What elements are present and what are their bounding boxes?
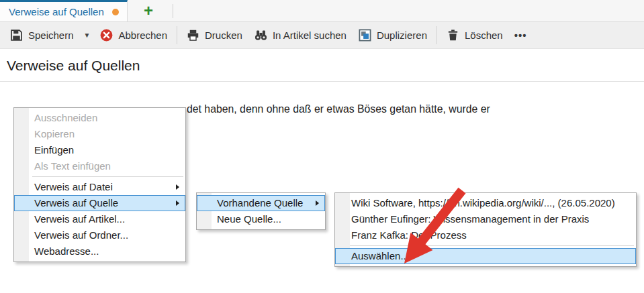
toolbar-separator bbox=[177, 26, 177, 44]
save-dropdown-button[interactable]: ▼ bbox=[80, 28, 95, 42]
menu-separator bbox=[350, 245, 634, 246]
article-body-text: det haben, denn ohne daß er etwas Böses … bbox=[187, 103, 490, 116]
menu-item-ausschneiden: Ausschneiden bbox=[14, 110, 185, 126]
duplicate-icon bbox=[359, 29, 371, 42]
binoculars-icon bbox=[255, 29, 267, 42]
menu-item-source-kafka[interactable]: Franz Kafka: Der Prozess bbox=[335, 227, 636, 243]
plus-icon: + bbox=[144, 3, 153, 19]
cancel-icon bbox=[100, 29, 113, 42]
submenu-arrow-icon bbox=[176, 200, 179, 206]
sources-submenu: Wiki Software, https://en.wikipedia.org/… bbox=[334, 192, 637, 267]
toolbar: Speichern ▼ Abbrechen Drucken In Artikel… bbox=[0, 22, 644, 49]
save-label: Speichern bbox=[28, 30, 74, 41]
new-tab-button[interactable]: + bbox=[128, 0, 169, 21]
menu-item-einfuegen[interactable]: Einfügen bbox=[14, 142, 185, 158]
trash-icon bbox=[447, 29, 459, 42]
menu-item-verweis-auf-quelle[interactable]: Verweis auf Quelle bbox=[14, 195, 185, 211]
menu-item-auswaehlen[interactable]: Auswählen... bbox=[335, 248, 636, 264]
menu-item-vorhandene-quelle[interactable]: Vorhandene Quelle bbox=[197, 195, 325, 211]
menu-item-kopieren: Kopieren bbox=[14, 126, 185, 142]
cancel-label: Abbrechen bbox=[118, 30, 167, 41]
menu-item-verweis-auf-artikel[interactable]: Verweis auf Artikel... bbox=[14, 211, 185, 227]
submenu-arrow-icon bbox=[316, 200, 319, 206]
search-in-article-button[interactable]: In Artikel suchen bbox=[248, 25, 353, 45]
quelle-submenu: Vorhandene Quelle Neue Quelle... bbox=[196, 192, 326, 230]
delete-label: Löschen bbox=[465, 30, 503, 41]
toolbar-separator bbox=[436, 26, 437, 44]
page-title: Verweise auf Quellen bbox=[0, 49, 644, 82]
tab-modified-dot bbox=[112, 9, 119, 15]
menu-item-verweis-auf-datei[interactable]: Verweis auf Datei bbox=[14, 179, 185, 195]
context-menu: Ausschneiden Kopieren Einfügen Als Text … bbox=[13, 107, 186, 262]
print-label: Drucken bbox=[205, 30, 242, 41]
menu-item-neue-quelle[interactable]: Neue Quelle... bbox=[197, 211, 325, 227]
menu-item-source-eufinger[interactable]: Günther Eufinger: Wissensmanagement in d… bbox=[335, 211, 636, 227]
delete-button[interactable]: Löschen bbox=[441, 25, 509, 45]
menu-separator bbox=[32, 176, 183, 177]
tab-verweise-auf-quellen[interactable]: Verweise auf Quellen bbox=[0, 0, 128, 21]
menu-item-source-wiki-software[interactable]: Wiki Software, https://en.wikipedia.org/… bbox=[335, 195, 636, 211]
menu-item-webadresse[interactable]: Webadresse... bbox=[14, 243, 185, 259]
save-button[interactable]: Speichern bbox=[4, 25, 80, 45]
search-in-article-label: In Artikel suchen bbox=[273, 30, 347, 41]
duplicate-label: Duplizieren bbox=[377, 30, 427, 41]
menu-item-als-text-einfuegen: Als Text einfügen bbox=[14, 158, 185, 174]
more-button[interactable]: ••• bbox=[509, 26, 533, 44]
tabbar-divider bbox=[173, 4, 173, 18]
cancel-button[interactable]: Abbrechen bbox=[94, 25, 173, 45]
menu-item-verweis-auf-ordner[interactable]: Verweis auf Ordner... bbox=[14, 227, 185, 243]
print-button[interactable]: Drucken bbox=[181, 25, 248, 45]
save-icon bbox=[10, 29, 23, 42]
submenu-arrow-icon bbox=[176, 184, 179, 190]
print-icon bbox=[187, 29, 199, 42]
duplicate-button[interactable]: Duplizieren bbox=[353, 25, 433, 45]
tab-label: Verweise auf Quellen bbox=[9, 6, 104, 17]
tab-bar: Verweise auf Quellen + bbox=[0, 0, 644, 22]
